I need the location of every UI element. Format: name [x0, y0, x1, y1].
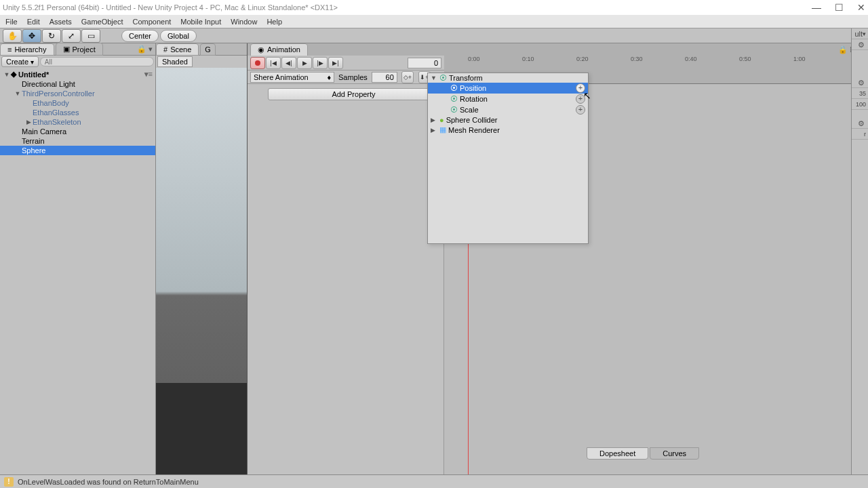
tree-item-ethan-skeleton[interactable]: ▶EthanSkeleton [0, 117, 155, 127]
record-button[interactable] [250, 57, 265, 69]
transform-icon: ⦿ [450, 106, 458, 114]
tree-item-directional-light[interactable]: Directional Light [0, 79, 155, 89]
inspector-gear[interactable] [852, 39, 868, 50]
minimize-button[interactable]: — [812, 2, 821, 13]
inspector-gear-3[interactable] [852, 118, 868, 129]
scene-panel: # Scene G Shaded [156, 43, 248, 474]
add-position-button[interactable]: + [576, 83, 585, 93]
scene-root[interactable]: ▼ ◆ Untitled* ▾≡ [0, 69, 155, 79]
add-keyframe-button[interactable]: ◇+ [401, 71, 414, 83]
menu-gameobject[interactable]: GameObject [81, 18, 123, 26]
hierarchy-search[interactable] [40, 57, 154, 66]
titlebar: Unity 5.5.2f1 Personal (64bit) - Untitle… [0, 0, 868, 15]
first-frame-button[interactable]: |◀ [266, 57, 281, 69]
tab-project[interactable]: ▣ Project [56, 43, 103, 56]
add-property-button[interactable]: Add Property [268, 88, 439, 100]
space-toggle[interactable]: Global [160, 30, 197, 42]
maximize-button[interactable]: ☐ [835, 2, 844, 13]
scene-icon: # [163, 45, 167, 54]
folder-icon: ▣ [63, 45, 70, 54]
popup-item-mesh-renderer[interactable]: ▶ ▦ Mesh Renderer [428, 125, 588, 135]
tab-scene[interactable]: # Scene [156, 43, 199, 56]
popup-item-sphere-collider[interactable]: ▶ ● Sphere Collider [428, 115, 588, 125]
hierarchy-create-row: Create ▾ [0, 56, 155, 68]
window-controls: — ☐ ✕ [812, 2, 865, 13]
terrain-floor [156, 383, 247, 474]
scale-tool[interactable]: ⤢ [62, 29, 81, 43]
add-property-popup: ▼ ⦿ Transform ⦿ Position + ⦿ Rotation + … [427, 73, 589, 244]
animation-tabs: ◉ Animation 🔒 ☒ ▾ [248, 43, 868, 56]
frame-input[interactable] [408, 58, 441, 68]
unity-icon: ◆ [11, 70, 16, 79]
menu-component[interactable]: Component [132, 18, 171, 26]
mesh-icon: ▦ [439, 125, 446, 134]
tick-4: 0:40 [685, 56, 697, 62]
last-frame-button[interactable]: ▶| [328, 57, 343, 69]
tree-item-sphere[interactable]: Sphere [0, 146, 155, 155]
clip-dropdown[interactable]: Shere Animation♦ [250, 72, 334, 83]
tick-6: 1:00 [793, 56, 806, 62]
tab-hierarchy[interactable]: ≡ Hierarchy [0, 43, 54, 56]
tick-2: 0:20 [576, 56, 589, 62]
inspector-field[interactable]: ult▾ [852, 28, 868, 39]
pivot-toggle[interactable]: Center [121, 30, 159, 42]
samples-input[interactable] [372, 72, 397, 83]
panel-lock-icon[interactable]: 🔒 ▾ [137, 45, 155, 54]
tab-curves[interactable]: Curves [650, 447, 699, 460]
transform-icon: ⦿ [439, 74, 447, 82]
status-message[interactable]: OnLevelWasLoaded was found on ReturnToMa… [18, 478, 199, 486]
hierarchy-tree: ▼ ◆ Untitled* ▾≡ Directional Light ▼Thir… [0, 68, 155, 474]
animation-icon: ◉ [258, 45, 264, 54]
gear-icon [858, 119, 866, 127]
gear-icon [858, 79, 866, 87]
popup-item-transform[interactable]: ▼ ⦿ Transform [428, 73, 588, 83]
menu-mobile-input[interactable]: Mobile Input [180, 18, 221, 26]
gear-icon [858, 41, 866, 49]
add-rotation-button[interactable]: + [576, 94, 585, 104]
hand-tool[interactable]: ✋ [3, 29, 22, 43]
hierarchy-panel: ≡ Hierarchy ▣ Project 🔒 ▾ Create ▾ ▼ ◆ U… [0, 43, 156, 474]
inspector-value-3[interactable]: r [852, 129, 868, 140]
main-toolbar: ✋ ✥ ↻ ⤢ ▭ Center Global [0, 28, 868, 43]
menu-file[interactable]: File [5, 18, 18, 26]
play-button[interactable]: ▶ [297, 57, 312, 69]
tick-1: 0:10 [522, 56, 534, 62]
popup-item-rotation[interactable]: ⦿ Rotation + [428, 94, 588, 104]
tab-animation[interactable]: ◉ Animation [250, 43, 308, 56]
animation-transport: |◀ ◀| ▶ |▶ ▶| [248, 56, 444, 70]
next-key-button[interactable]: |▶ [313, 57, 328, 69]
tab-game[interactable]: G [200, 43, 216, 56]
menubar: File Edit Assets GameObject Component Mo… [0, 15, 868, 28]
move-tool[interactable]: ✥ [22, 29, 41, 43]
menu-assets[interactable]: Assets [50, 18, 72, 26]
tree-item-ethan-body[interactable]: EthanBody [0, 98, 155, 108]
rotate-tool[interactable]: ↻ [42, 29, 61, 43]
create-dropdown[interactable]: Create ▾ [1, 56, 39, 67]
inspector-gear-2[interactable] [852, 77, 868, 88]
tree-item-main-camera[interactable]: Main Camera [0, 127, 155, 136]
hierarchy-icon: ≡ [7, 45, 12, 54]
popup-item-scale[interactable]: ⦿ Scale + [428, 104, 588, 115]
rect-tool[interactable]: ▭ [81, 29, 100, 43]
scene-viewport[interactable] [156, 68, 247, 474]
tick-3: 0:30 [631, 56, 643, 62]
scene-tabs: # Scene G [156, 43, 247, 56]
tree-item-third-person-controller[interactable]: ▼ThirdPersonController [0, 89, 155, 98]
menu-window[interactable]: Window [231, 18, 257, 26]
close-button[interactable]: ✕ [857, 2, 865, 13]
inspector-value-2[interactable]: 100 [852, 99, 868, 110]
scene-options-icon[interactable]: ▾≡ [144, 70, 153, 79]
inspector-value-1[interactable]: 35 [852, 88, 868, 99]
status-bar: ! OnLevelWasLoaded was found on ReturnTo… [0, 474, 868, 488]
tick-5: 0:50 [739, 56, 751, 62]
tab-dopesheet[interactable]: Dopesheet [587, 447, 648, 460]
popup-item-position[interactable]: ⦿ Position + [428, 83, 588, 94]
menu-help[interactable]: Help [267, 18, 282, 26]
add-scale-button[interactable]: + [576, 105, 585, 115]
shading-dropdown[interactable]: Shaded [157, 56, 193, 67]
tree-item-terrain[interactable]: Terrain [0, 136, 155, 146]
tree-item-ethan-glasses[interactable]: EthanGlasses [0, 108, 155, 117]
transform-icon: ⦿ [450, 95, 458, 103]
menu-edit[interactable]: Edit [27, 18, 40, 26]
prev-key-button[interactable]: ◀| [281, 57, 296, 69]
